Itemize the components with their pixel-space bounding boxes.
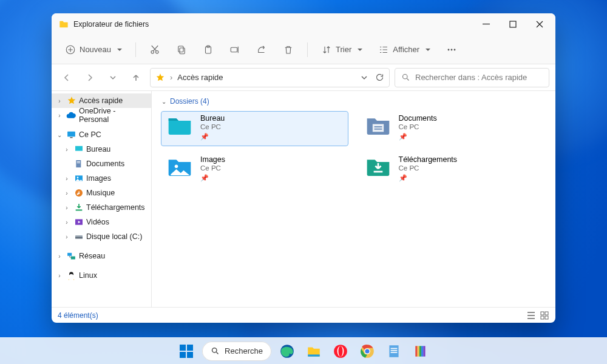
folder-desktop-icon: [166, 114, 193, 138]
sidebar-item-downloads[interactable]: ›Téléchargements: [52, 200, 151, 215]
tile-bureau[interactable]: Bureau Ce PC 📌: [161, 112, 348, 146]
tile-sub: Ce PC: [200, 164, 225, 172]
sidebar-item-desktop[interactable]: ›Bureau: [52, 142, 151, 157]
sidebar-item-music[interactable]: ›Musique: [52, 186, 151, 200]
pin-icon: 📌: [200, 133, 225, 141]
taskbar-search[interactable]: Recherche: [202, 342, 271, 361]
close-button[interactable]: [526, 13, 553, 35]
svg-point-40: [212, 348, 217, 353]
chevron-down-icon: ⌄: [55, 132, 64, 138]
download-icon: [73, 203, 84, 213]
content-pane: ⌄ Dossiers (4) Bureau Ce PC 📌 Documents: [152, 91, 555, 307]
sidebar-item-images[interactable]: ›Images: [52, 171, 151, 186]
search-box[interactable]: Rechercher dans : Accès rapide: [395, 68, 549, 87]
taskbar-explorer[interactable]: [303, 340, 325, 362]
folder-downloads-icon: [365, 155, 392, 180]
refresh-button[interactable]: [375, 73, 384, 82]
network-icon: [66, 251, 76, 261]
address-bar[interactable]: › Accès rapide: [150, 68, 390, 87]
tile-sub: Ce PC: [399, 123, 437, 130]
svg-rect-51: [391, 349, 398, 351]
search-placeholder: Rechercher dans : Accès rapide: [415, 73, 527, 82]
delete-button[interactable]: [277, 39, 300, 60]
svg-rect-38: [541, 316, 544, 319]
taskbar-edge[interactable]: [276, 340, 298, 362]
maximize-button[interactable]: [500, 13, 526, 35]
sort-label: Trier: [336, 45, 351, 54]
sidebar-item-quick-access[interactable]: › Accès rapide: [52, 93, 151, 108]
cloud-icon: [66, 110, 76, 121]
tile-name: Documents: [399, 114, 437, 123]
svg-rect-16: [75, 146, 83, 151]
rename-button[interactable]: [223, 39, 246, 60]
sidebar-item-documents[interactable]: Documents: [52, 157, 151, 171]
address-dropdown[interactable]: [361, 74, 368, 81]
svg-point-13: [403, 75, 408, 79]
more-button[interactable]: [440, 39, 463, 60]
new-button[interactable]: Nouveau: [59, 39, 128, 60]
tile-documents[interactable]: Documents Ce PC 📌: [360, 112, 546, 146]
tile-images[interactable]: Images Ce PC 📌: [161, 153, 348, 187]
svg-rect-28: [71, 256, 75, 259]
svg-rect-53: [415, 346, 417, 356]
svg-rect-37: [545, 312, 548, 315]
svg-rect-17: [76, 160, 81, 167]
share-icon: [256, 44, 267, 55]
tile-downloads[interactable]: Téléchargements Ce PC 📌: [360, 153, 546, 187]
view-button[interactable]: Afficher: [372, 39, 436, 60]
navbar: › Accès rapide Rechercher dans : Accès r…: [52, 64, 555, 91]
svg-rect-32: [374, 126, 382, 127]
svg-point-11: [451, 49, 453, 50]
images-icon: [73, 174, 84, 184]
taskbar-search-label: Recherche: [225, 346, 263, 356]
sidebar-item-label: OneDrive - Personal: [79, 107, 148, 124]
cut-button[interactable]: [143, 39, 166, 60]
desktop-icon: [73, 144, 84, 155]
window-title: Explorateur de fichiers: [73, 20, 149, 29]
svg-rect-6: [178, 46, 183, 52]
window-controls: [473, 13, 553, 35]
svg-rect-26: [75, 237, 83, 239]
monitor-icon: [66, 130, 76, 140]
taskbar-app-rainbow[interactable]: [410, 340, 432, 362]
svg-rect-54: [418, 346, 419, 356]
section-header[interactable]: ⌄ Dossiers (4): [161, 97, 549, 106]
sidebar-item-label: Réseau: [79, 252, 105, 260]
sidebar-item-videos[interactable]: ›Vidéos: [52, 215, 151, 229]
linux-icon: [66, 271, 76, 281]
pin-icon: 📌: [200, 174, 225, 182]
copy-button[interactable]: [170, 39, 193, 60]
minimize-button[interactable]: [473, 13, 500, 35]
sidebar-item-network[interactable]: ›Réseau: [52, 249, 151, 263]
svg-rect-33: [374, 129, 382, 130]
sidebar-item-onedrive[interactable]: › OneDrive - Personal: [52, 108, 151, 123]
large-icons-view-button[interactable]: [540, 311, 549, 320]
taskbar-notepad[interactable]: [383, 340, 405, 362]
search-icon: [211, 346, 220, 356]
taskbar-chrome[interactable]: [356, 340, 378, 362]
sort-button[interactable]: Trier: [315, 39, 368, 60]
pin-icon: 📌: [399, 174, 458, 182]
sidebar-item-linux[interactable]: ›Linux: [52, 268, 151, 283]
titlebar: Explorateur de fichiers: [52, 13, 555, 35]
share-button[interactable]: [250, 39, 273, 60]
item-count: 4 élément(s): [58, 311, 98, 320]
start-button[interactable]: [175, 340, 197, 362]
svg-point-4: [156, 50, 159, 53]
taskbar-opera[interactable]: [330, 340, 351, 362]
sidebar-item-thispc[interactable]: ⌄ Ce PC: [52, 127, 151, 142]
svg-rect-57: [423, 346, 425, 356]
recent-dropdown[interactable]: [104, 69, 122, 87]
pin-icon: 📌: [399, 133, 437, 141]
up-button[interactable]: [127, 69, 145, 87]
documents-icon: [73, 159, 84, 169]
svg-rect-39: [545, 316, 548, 319]
back-button[interactable]: [58, 69, 76, 87]
copy-icon: [176, 44, 187, 55]
view-label: Afficher: [393, 45, 419, 54]
forward-button[interactable]: [81, 69, 99, 87]
svg-point-10: [448, 49, 450, 50]
sidebar-item-local-disk[interactable]: ›Disque local (C:): [52, 229, 151, 244]
details-view-button[interactable]: [526, 311, 536, 320]
paste-button[interactable]: [197, 39, 220, 60]
